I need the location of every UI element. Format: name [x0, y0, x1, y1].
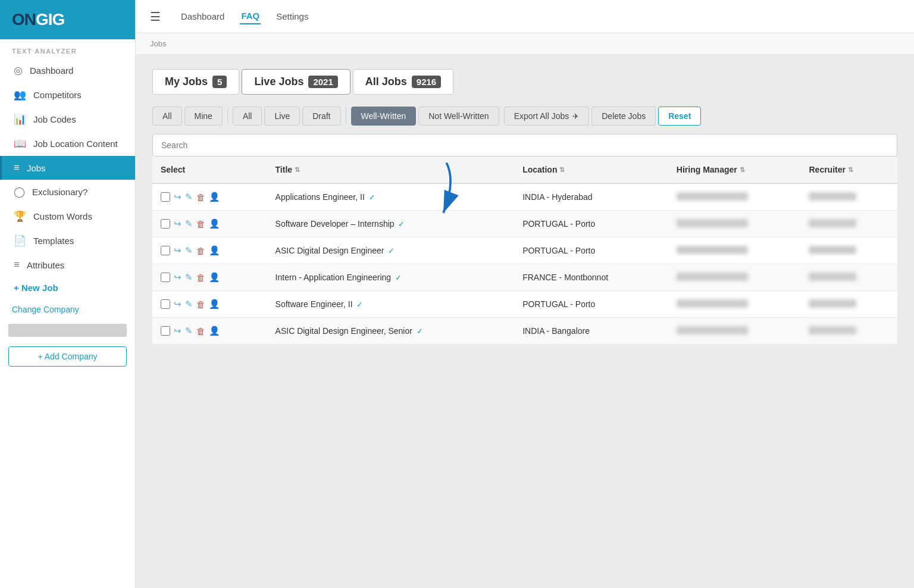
row-5-delete-icon[interactable]: 🗑 [196, 299, 205, 309]
row-1-hiring-manager-blurred [677, 192, 748, 201]
row-2-share-icon[interactable]: ↪ [174, 218, 181, 229]
row-3-delete-icon[interactable]: 🗑 [196, 246, 205, 256]
row-3-recruiter [800, 237, 897, 264]
row-5-share-icon[interactable]: ↪ [174, 299, 181, 309]
delete-jobs-button[interactable]: Delete Jobs [591, 107, 656, 126]
new-job-button[interactable]: + New Job [0, 277, 135, 299]
row-2-checkbox[interactable] [161, 219, 170, 229]
row-4-delete-icon[interactable]: 🗑 [196, 273, 205, 283]
th-recruiter-label: Recruiter ⇅ [809, 165, 853, 174]
filter-mine[interactable]: Mine [184, 107, 223, 126]
row-6-delete-icon[interactable]: 🗑 [196, 326, 205, 336]
tab-my-jobs[interactable]: My Jobs 5 [152, 69, 239, 95]
filter-all-2[interactable]: All [233, 107, 262, 126]
hiring-manager-sort-icon: ⇅ [740, 166, 745, 174]
table-row: ↪ ✎ 🗑 👤 ASIC Digital Design Engineer ✓ P… [152, 237, 897, 264]
row-5-checkbox[interactable] [161, 299, 170, 309]
sidebar-item-attributes[interactable]: ≡ Attributes [0, 253, 135, 277]
row-3-user-icon[interactable]: 👤 [209, 245, 220, 256]
filter-all-1[interactable]: All [152, 107, 182, 126]
row-5-check-icon: ✓ [356, 300, 363, 309]
row-2-delete-icon[interactable]: 🗑 [196, 219, 205, 229]
row-4-user-icon[interactable]: 👤 [209, 272, 220, 283]
sidebar-item-job-codes[interactable]: 📊 Job Codes [0, 107, 135, 132]
sidebar-item-dashboard[interactable]: ◎ Dashboard [0, 58, 135, 83]
row-6-hiring-manager-blurred [677, 326, 748, 334]
row-2-recruiter-blurred [809, 219, 856, 227]
nav-dashboard[interactable]: Dashboard [180, 9, 226, 24]
filter-live[interactable]: Live [264, 107, 300, 126]
row-1-actions: ↪ ✎ 🗑 👤 [161, 192, 259, 202]
sidebar-item-custom-words[interactable]: 🏆 Custom Words [0, 204, 135, 229]
recruiter-sort-icon: ⇅ [848, 166, 853, 174]
sidebar-item-label: Custom Words [33, 211, 92, 221]
tab-my-jobs-badge: 5 [212, 76, 227, 88]
row-1-share-icon[interactable]: ↪ [174, 192, 181, 202]
add-company-button[interactable]: + Add Company [8, 346, 127, 367]
search-input[interactable] [152, 134, 897, 157]
new-job-label: + New Job [14, 283, 58, 293]
tab-live-jobs[interactable]: Live Jobs 2021 [242, 69, 350, 95]
filter-well-written[interactable]: Well-Written [351, 107, 417, 126]
filter-not-well-written[interactable]: Not Well-Written [418, 107, 499, 126]
row-3-recruiter-blurred [809, 246, 856, 254]
sidebar-item-exclusionary[interactable]: ◯ Exclusionary? [0, 180, 135, 204]
row-6-share-icon[interactable]: ↪ [174, 326, 181, 336]
tab-all-jobs-label: All Jobs [365, 76, 407, 88]
nav-settings[interactable]: Settings [275, 9, 309, 24]
sidebar-item-templates[interactable]: 📄 Templates [0, 229, 135, 253]
job-location-icon: 📖 [14, 137, 26, 150]
filter-draft[interactable]: Draft [302, 107, 340, 126]
row-4-select: ↪ ✎ 🗑 👤 [152, 264, 267, 291]
content-area: My Jobs 5 Live Jobs 2021 All Jobs 9216 A… [136, 55, 914, 588]
row-1-delete-icon[interactable]: 🗑 [196, 192, 205, 202]
row-1-checkbox[interactable] [161, 192, 170, 202]
row-4-checkbox[interactable] [161, 273, 170, 282]
row-1-recruiter [800, 183, 897, 211]
row-6-edit-icon[interactable]: ✎ [185, 326, 193, 336]
th-location-label: Location ⇅ [522, 165, 565, 174]
row-4-share-icon[interactable]: ↪ [174, 272, 181, 283]
row-5-user-icon[interactable]: 👤 [209, 299, 220, 309]
row-3-checkbox[interactable] [161, 246, 170, 255]
job-tabs: My Jobs 5 Live Jobs 2021 All Jobs 9216 [152, 69, 897, 95]
jobs-table: Select Title ⇅ Location ⇅ Hiring Manager… [152, 157, 897, 345]
change-company-link[interactable]: Change Company [0, 299, 135, 320]
custom-words-icon: 🏆 [14, 210, 26, 223]
row-2-edit-icon[interactable]: ✎ [185, 218, 193, 229]
sidebar-item-label: Exclusionary? [32, 187, 87, 197]
table-header-row: Select Title ⇅ Location ⇅ Hiring Manager… [152, 157, 897, 183]
row-6-check-icon: ✓ [417, 327, 423, 336]
table-row: ↪ ✎ 🗑 👤 Applications Engineer, II ✓ INDI… [152, 183, 897, 211]
row-6-recruiter-blurred [809, 326, 856, 334]
nav-faq[interactable]: FAQ [240, 8, 261, 24]
tab-all-jobs[interactable]: All Jobs 9216 [353, 69, 453, 95]
hamburger-icon[interactable]: ☰ [150, 10, 161, 24]
row-1-user-icon[interactable]: 👤 [209, 192, 220, 202]
row-6-checkbox[interactable] [161, 326, 170, 336]
row-3-actions: ↪ ✎ 🗑 👤 [161, 245, 259, 256]
th-hiring-manager-label: Hiring Manager ⇅ [677, 165, 745, 174]
th-select-label: Select [161, 165, 185, 174]
sidebar-item-job-location-content[interactable]: 📖 Job Location Content [0, 132, 135, 156]
sidebar-item-label: Jobs [27, 163, 46, 173]
row-4-edit-icon[interactable]: ✎ [185, 272, 193, 283]
row-1-title: Applications Engineer, II ✓ [267, 183, 515, 211]
reset-button[interactable]: Reset [658, 107, 701, 126]
row-3-share-icon[interactable]: ↪ [174, 245, 181, 256]
row-5-edit-icon[interactable]: ✎ [185, 299, 193, 309]
row-3-edit-icon[interactable]: ✎ [185, 245, 193, 256]
logo: ONGIG [0, 0, 135, 39]
filter-row: All Mine All Live Draft Well-Written Not… [152, 107, 897, 126]
sidebar-item-label: Competitors [33, 90, 82, 100]
sidebar-item-competitors[interactable]: 👥 Competitors [0, 83, 135, 107]
row-6-user-icon[interactable]: 👤 [209, 326, 220, 336]
main-content: ☰ Dashboard FAQ Settings Jobs My Jobs 5 … [136, 0, 914, 588]
export-all-jobs-button[interactable]: Export All Jobs ✈ [504, 107, 590, 126]
row-2-user-icon[interactable]: 👤 [209, 218, 220, 229]
row-1-edit-icon[interactable]: ✎ [185, 192, 193, 202]
row-4-recruiter-blurred [809, 273, 856, 281]
row-3-title: ASIC Digital Design Engineer ✓ [267, 237, 515, 264]
sidebar-item-jobs[interactable]: ≡ Jobs [0, 156, 135, 180]
th-title-label: Title ⇅ [276, 165, 301, 174]
